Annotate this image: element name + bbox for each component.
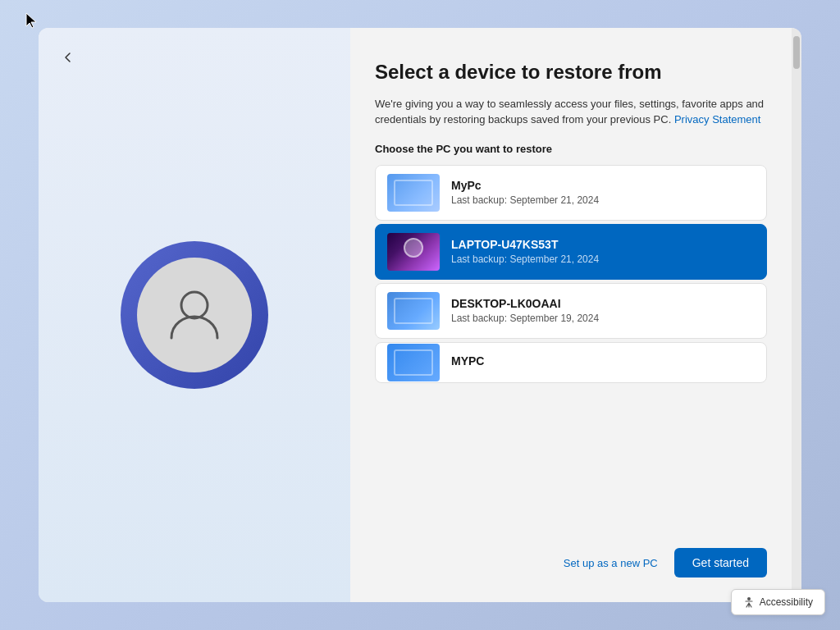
avatar-ring [121,241,268,389]
avatar-inner [137,258,252,372]
device-thumbnail-laptop [387,233,440,271]
scrollbar-thumb[interactable] [793,36,800,69]
device-name-laptop: LAPTOP-U47KS53T [451,238,755,251]
device-list: MyPc Last backup: September 21, 2024 LAP… [375,165,767,535]
cursor-icon [25,11,39,30]
choose-label: Choose the PC you want to restore [375,143,777,155]
device-item-laptop[interactable]: LAPTOP-U47KS53T Last backup: September 2… [375,224,767,280]
device-item-mypc2[interactable]: MYPC [375,342,767,383]
device-info-laptop: LAPTOP-U47KS53T Last backup: September 2… [451,238,755,265]
device-info-mypc2: MYPC [451,354,755,370]
device-info-desktop: DESKTOP-LK0OAAI Last backup: September 1… [451,297,755,324]
screen-icon-desktop [394,298,433,324]
privacy-link[interactable]: Privacy Statement [674,113,761,126]
user-avatar-icon [162,281,227,349]
scrollbar-track[interactable] [792,28,801,602]
footer-actions: Set up as a new PC Get started [375,535,767,578]
device-item-desktop[interactable]: DESKTOP-LK0OAAI Last backup: September 1… [375,283,767,339]
back-button[interactable] [55,44,81,71]
screen-icon-mypc2 [394,349,433,376]
device-name-mypc: MyPc [451,179,755,192]
description-text: We're giving you a way to seamlessly acc… [375,96,777,128]
svg-point-1 [747,597,751,600]
device-backup-laptop: Last backup: September 21, 2024 [451,253,755,265]
get-started-button[interactable]: Get started [674,548,767,578]
main-card: Select a device to restore from We're gi… [39,28,801,602]
device-backup-desktop: Last backup: September 19, 2024 [451,313,755,324]
accessibility-label: Accessibility [760,596,813,608]
astronaut-icon [393,235,434,269]
svg-point-0 [181,292,208,318]
avatar-container [121,241,268,389]
setup-new-button[interactable]: Set up as a new PC [564,557,658,569]
left-panel [39,28,350,602]
accessibility-button[interactable]: Accessibility [731,589,825,615]
device-thumbnail-desktop [387,292,440,330]
device-backup-mypc: Last backup: September 21, 2024 [451,194,755,206]
device-info-mypc: MyPc Last backup: September 21, 2024 [451,179,755,206]
device-thumbnail-mypc2 [387,344,440,381]
right-panel: Select a device to restore from We're gi… [350,28,801,602]
device-name-desktop: DESKTOP-LK0OAAI [451,297,755,310]
accessibility-icon [743,596,755,608]
page-title: Select a device to restore from [375,61,777,84]
device-name-mypc2: MYPC [451,354,755,368]
device-item-mypc[interactable]: MyPc Last backup: September 21, 2024 [375,165,767,221]
device-thumbnail-mypc [387,174,440,212]
screen-icon [394,180,433,206]
